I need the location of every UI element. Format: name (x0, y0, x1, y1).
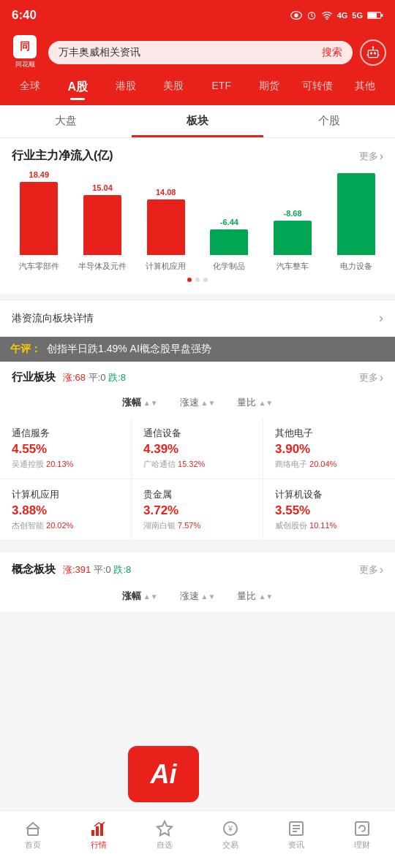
sub-tab-sector[interactable]: 板块 (132, 105, 263, 137)
nav-tab-us[interactable]: 美股 (150, 77, 198, 98)
nav-tab-other[interactable]: 其他 (342, 77, 390, 98)
stock-top-name-2: 商络电子 (275, 460, 307, 468)
industry-sector-title: 行业板块 (12, 370, 56, 384)
stat-down: 跌:8 (108, 372, 126, 383)
nav-watchlist[interactable]: 自选 (132, 817, 198, 853)
industry-chart-more[interactable]: 更多 (359, 150, 383, 163)
ai-label-block[interactable]: Ai (128, 746, 199, 802)
nav-market[interactable]: 行情 (66, 817, 132, 853)
bar-label-1: 半导体及元件 (78, 261, 127, 272)
bars-container: 18.49 汽车零部件 15.04 半导体及元件 14.08 计算机应用 -6.… (7, 170, 388, 272)
bar-item-2[interactable]: 14.08 计算机应用 (134, 188, 198, 272)
nav-finance[interactable]: 理财 (329, 817, 395, 853)
stock-cell-3[interactable]: 计算机应用 3.88% 杰创智能 20.02% (0, 479, 132, 541)
nav-tab-a-shares[interactable]: A股 (54, 77, 102, 98)
svg-rect-17 (91, 830, 94, 836)
sort-by-change[interactable]: 涨幅 ▲▼ (122, 396, 158, 409)
concept-sort-by-change[interactable]: 涨幅 ▲▼ (122, 590, 158, 603)
bar-value-3: -6.44 (220, 218, 238, 226)
stock-sub-1: 广哈通信 15.32% (143, 459, 251, 470)
nav-tab-global[interactable]: 全球 (6, 77, 54, 98)
search-button[interactable]: 搜索 (322, 46, 342, 59)
stock-top-pct-1: 15.32% (178, 460, 205, 468)
app-logo: 同 (13, 35, 37, 58)
stock-cell-2[interactable]: 其他电子 3.90% 商络电子 20.04% (263, 418, 395, 479)
stock-cell-1[interactable]: 通信设备 4.39% 广哈通信 15.32% (132, 418, 263, 479)
svg-rect-16 (28, 829, 38, 835)
finance-icon (353, 820, 371, 837)
chart-area: 18.49 汽车零部件 15.04 半导体及元件 14.08 计算机应用 -6.… (0, 170, 395, 294)
stock-grid: 通信服务 4.55% 吴通控股 20.13% 通信设备 4.39% 广哈通信 1… (0, 418, 395, 541)
industry-sector-more[interactable]: 更多 (359, 371, 383, 384)
signal-5g: 5G (352, 11, 363, 20)
industry-section: 行业板块 涨:68 平:0 跌:8 更多 涨幅 ▲▼ 涨速 ▲▼ (0, 362, 395, 541)
svg-rect-9 (368, 50, 377, 57)
concept-sort-by-volume[interactable]: 量比 ▲▼ (237, 590, 273, 603)
trade-icon: ¥ (222, 820, 239, 837)
news-banner[interactable]: 午评： 创指半日跌1.49% AI概念股早盘强势 (0, 337, 395, 362)
concept-stat-up: 涨:391 (63, 564, 91, 575)
stock-name-2: 其他电子 (275, 427, 383, 440)
svg-point-5 (326, 18, 328, 20)
nav-market-label: 行情 (91, 840, 107, 850)
bar-item-5[interactable]: -20.54 电力设备 (324, 170, 388, 272)
concept-stat-down: 跌:8 (113, 564, 131, 575)
nav-tab-futures[interactable]: 期货 (246, 77, 294, 98)
app-header: 同 同花顺 万丰奥威相关资讯 搜索 (0, 29, 395, 77)
bar-4 (274, 221, 312, 255)
chart-dots (7, 278, 388, 282)
bar-3 (210, 229, 248, 255)
sub-tab-market[interactable]: 大盘 (0, 105, 132, 137)
concept-more[interactable]: 更多 (359, 563, 383, 576)
status-icons: 4G 5G (290, 10, 383, 20)
bar-value-0: 18.49 (29, 170, 50, 179)
concept-stats: 涨:391 平:0 跌:8 (63, 563, 131, 576)
bar-item-1[interactable]: 15.04 半导体及元件 (71, 183, 135, 272)
robot-button[interactable] (360, 39, 386, 66)
nav-tab-hk[interactable]: 港股 (102, 77, 150, 98)
nav-tabs: 全球 A股 港股 美股 ETF 期货 可转债 其他 (0, 77, 395, 105)
stock-name-1: 通信设备 (143, 427, 251, 440)
stock-top-name-0: 吴通控股 (12, 460, 44, 468)
concept-sort-arrow-volume: ▲▼ (258, 593, 273, 601)
nav-news[interactable]: 资讯 (263, 817, 329, 853)
stock-cell-5[interactable]: 计算机设备 3.55% 威创股份 10.11% (263, 479, 395, 541)
nav-home[interactable]: 首页 (0, 817, 66, 853)
concept-sort-arrow-change: ▲▼ (143, 593, 158, 601)
sort-by-volume[interactable]: 量比 ▲▼ (237, 396, 273, 409)
concept-sort-arrow-speed: ▲▼ (201, 593, 216, 601)
news-text: 创指半日跌1.49% AI概念股早盘强势 (47, 343, 211, 356)
stock-name-0: 通信服务 (12, 427, 119, 440)
sort-by-speed[interactable]: 涨速 ▲▼ (180, 396, 216, 409)
stock-top-name-1: 广哈通信 (143, 460, 176, 468)
nav-trade-label: 交易 (222, 840, 238, 850)
wifi-icon (321, 11, 333, 20)
bar-item-3[interactable]: -6.44 化学制品 (198, 218, 261, 272)
nav-trade[interactable]: ¥ 交易 (198, 817, 263, 853)
search-bar[interactable]: 万丰奥威相关资讯 搜索 (48, 41, 353, 64)
robot-icon (366, 45, 380, 60)
concept-title: 概念板块 (12, 563, 56, 576)
stock-cell-0[interactable]: 通信服务 4.55% 吴通控股 20.13% (0, 418, 132, 479)
bottom-nav: 首页 行情 自选 ¥ 交易 资讯 (0, 810, 395, 868)
industry-sector-header: 行业板块 涨:68 平:0 跌:8 更多 (0, 362, 395, 390)
stock-sub-5: 威创股份 10.11% (275, 520, 383, 531)
bar-label-3: 化学制品 (213, 261, 245, 272)
dot-2 (195, 278, 200, 282)
ai-label: Ai (151, 759, 177, 790)
bar-item-0[interactable]: 18.49 汽车零部件 (7, 170, 71, 272)
svg-text:¥: ¥ (227, 825, 233, 833)
stock-cell-4[interactable]: 贵金属 3.72% 湖南白银 7.57% (132, 479, 263, 541)
bar-2 (147, 199, 185, 255)
concept-header: 概念板块 涨:391 平:0 跌:8 更多 (0, 552, 395, 584)
bar-item-4[interactable]: -8.68 汽车整车 (261, 209, 325, 272)
nav-tab-convertible[interactable]: 可转债 (293, 77, 342, 98)
hk-flow-row[interactable]: 港资流向板块详情 › (0, 300, 395, 337)
svg-rect-8 (381, 14, 383, 17)
stock-top-name-3: 杰创智能 (12, 521, 44, 530)
concept-sort-by-speed[interactable]: 涨速 ▲▼ (180, 590, 216, 603)
bar-0 (20, 182, 58, 255)
sub-tab-stock[interactable]: 个股 (263, 105, 395, 137)
nav-tab-etf[interactable]: ETF (198, 77, 246, 98)
stock-name-4: 贵金属 (143, 488, 251, 501)
